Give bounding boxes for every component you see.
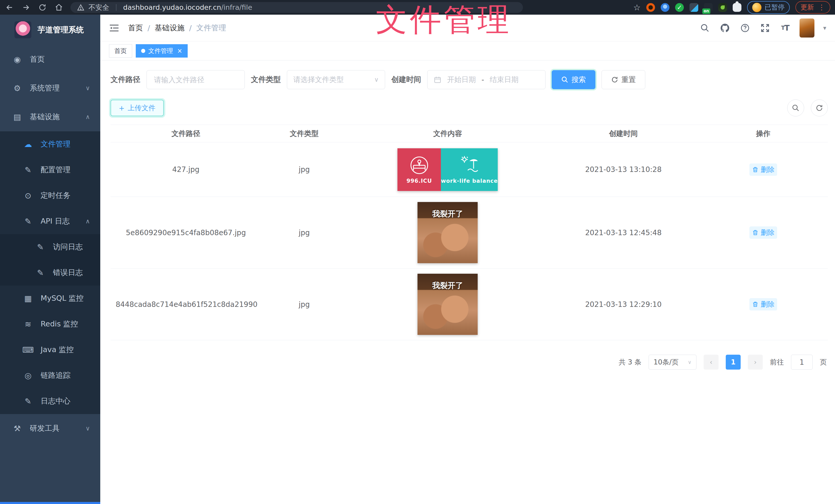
search-icon[interactable] [699,22,711,34]
file-thumbnail-meme[interactable]: 我裂开了 [418,202,478,263]
upload-file-button[interactable]: + 上传文件 [110,100,164,116]
tag-label: 文件管理 [148,47,173,55]
security-label: 不安全 [88,3,109,12]
plus-icon: + [119,104,125,112]
font-size-icon[interactable]: TT [779,22,791,34]
sidebar: 芋道管理系统 ◉首页⚙系统管理∨▤基础设施∧☁文件管理✎配置管理⊙定时任务✎AP… [0,15,100,504]
extension-icon[interactable] [646,3,655,12]
extension-icon[interactable]: ✓ [675,3,684,12]
address-bar[interactable]: 不安全 dashboard.yudao.iocoder.cn/infra/fil… [70,2,523,13]
chevron-down-icon[interactable]: ▾ [823,24,826,31]
submenu-api-log: ✎访问日志✎错误日志 [0,234,100,286]
cell-file-type: jpg [261,229,347,237]
browser-toolbar-right: ☆ ✓ on 已暂停 更新 ⋮ [633,1,830,14]
search-icon [561,76,568,83]
sidebar-item-config[interactable]: ✎配置管理 [0,157,100,183]
breadcrumb-item[interactable]: 首页 [128,23,143,33]
browser-chrome: 不安全 dashboard.yudao.iocoder.cn/infra/fil… [0,0,835,15]
sidebar-item-label: 系统管理 [30,83,60,93]
goto-page-input[interactable] [791,355,813,370]
tag-active[interactable]: 文件管理× [136,44,188,58]
chrome-update-pill[interactable]: 更新 ⋮ [795,1,830,14]
sidebar-item-label: 文件管理 [41,139,70,149]
sidebar-item-home[interactable]: ◉首页 [0,45,100,74]
hamburger-icon[interactable] [109,24,119,33]
browser-back-icon[interactable] [5,3,14,12]
cell-file-content: 我裂开了 [347,274,548,335]
sidebar-item-infra[interactable]: ▤基础设施∧ [0,103,100,131]
browser-menu-icon[interactable]: ⋮ [818,3,825,12]
date-range-picker[interactable]: 开始日期 - 结束日期 [427,70,546,89]
show-search-button[interactable] [787,100,804,117]
delete-button[interactable]: 删除 [749,226,777,239]
prev-page-button[interactable]: ‹ [704,355,718,370]
refresh-table-button[interactable] [811,100,828,117]
profile-paused-pill[interactable]: 已暂停 [747,1,790,14]
browser-forward-icon[interactable] [21,3,31,12]
breadcrumb-item[interactable]: 基础设施 [155,23,185,33]
sidebar-item-redis[interactable]: ≋Redis 监控 [0,311,100,337]
cloud-icon: ☁ [22,140,34,149]
sidebar-menu: ◉首页⚙系统管理∨▤基础设施∧☁文件管理✎配置管理⊙定时任务✎API 日志∧✎访… [0,45,100,502]
dashboard-icon: ◉ [11,55,23,64]
delete-button[interactable]: 删除 [749,298,777,311]
sidebar-logo-row[interactable]: 芋道管理系统 [0,15,100,45]
warning-icon [77,4,84,11]
page-size-select[interactable]: 10条/页 ∨ [649,355,696,370]
extension-icon[interactable]: on [704,3,713,12]
help-icon[interactable] [739,22,751,34]
cell-file-content: 996.ICUwork-life balance [347,148,548,191]
extension-icon[interactable] [661,3,669,12]
extensions-puzzle-icon[interactable] [733,3,741,12]
sidebar-item-label: 定时任务 [41,190,70,201]
sidebar-item-log-center[interactable]: ✎日志中心 [0,388,100,414]
file-thumbnail-996[interactable]: 996.ICUwork-life balance [398,148,498,191]
file-type-select[interactable]: 请选择文件类型 ∨ [287,70,385,89]
thumb-left-panel: 996.ICU [398,148,441,191]
sidebar-item-access-log[interactable]: ✎访问日志 [0,234,100,260]
sidebar-item-mysql[interactable]: ▦MySQL 监控 [0,286,100,311]
reset-button[interactable]: 重置 [602,70,645,89]
sidebar-item-api-log[interactable]: ✎API 日志∧ [0,208,100,234]
github-icon[interactable] [719,22,731,34]
sidebar-item-error-log[interactable]: ✎错误日志 [0,260,100,286]
goto-label: 前往 [770,357,784,367]
fullscreen-icon[interactable] [759,22,771,34]
database-icon: ▦ [22,294,34,303]
keyboard-icon: ⌨ [22,345,34,354]
filter-row: 文件路径 文件类型 请选择文件类型 ∨ 创建时间 开始日期 - 结束日期 [110,70,828,89]
sidebar-item-trace[interactable]: ◎链路追踪 [0,363,100,388]
file-path-input[interactable] [146,70,245,89]
sidebar-item-label: 首页 [30,54,45,64]
beach-umbrella-icon [459,155,481,175]
delete-button[interactable]: 删除 [749,164,777,176]
app-title: 芋道管理系统 [38,25,84,35]
sidebar-item-devtools[interactable]: ⚒研发工具∨ [0,414,100,443]
user-avatar[interactable] [799,19,814,38]
table-toolbar: + 上传文件 [110,100,828,117]
search-button[interactable]: 搜索 [552,70,595,89]
sidebar-item-label: Redis 监控 [41,319,78,329]
file-thumbnail-meme[interactable]: 我裂开了 [418,274,478,335]
extension-icon[interactable] [690,3,698,12]
profile-avatar [752,3,761,12]
update-label: 更新 [800,3,814,12]
next-page-button[interactable]: › [748,355,763,370]
top-navbar: 首页/基础设施/文件管理 TT ▾ [100,15,835,41]
sidebar-item-job[interactable]: ⊙定时任务 [0,183,100,208]
sidebar-item-system[interactable]: ⚙系统管理∨ [0,74,100,103]
breadcrumb-separator: / [189,24,192,33]
browser-reload-icon[interactable] [38,3,47,12]
browser-home-icon[interactable] [54,3,64,12]
close-icon[interactable]: × [177,47,182,55]
current-page-button[interactable]: 1 [726,355,741,370]
sidebar-item-java[interactable]: ⌨Java 监控 [0,337,100,363]
extension-icon[interactable] [718,3,727,12]
sidebar-item-label: 访问日志 [53,242,83,252]
toolbar-right [787,100,828,117]
sidebar-item-file[interactable]: ☁文件管理 [0,131,100,157]
bookmark-star-icon[interactable]: ☆ [633,3,640,12]
tag-item[interactable]: 首页 [109,44,132,58]
column-header: 文件路径 [110,129,261,139]
thumb-right-text: work-life balance [441,178,498,184]
